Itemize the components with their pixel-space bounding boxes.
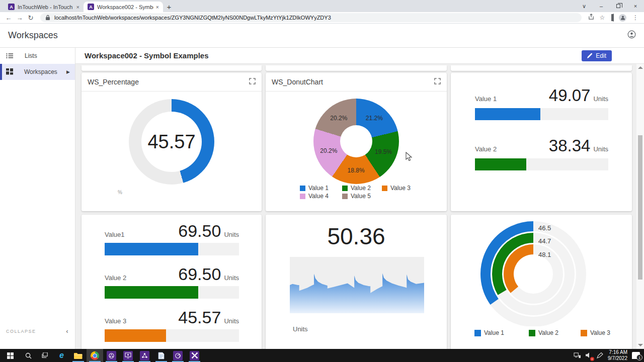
tab-title: InTouchWeb - InTouch Introducti [18,4,74,10]
legend-label: Value 1 [308,185,329,192]
app-network-button[interactable] [136,349,153,362]
app-x-button[interactable] [186,349,203,362]
gears-app-icon [107,351,116,360]
browser-tab-strip: A InTouchWeb - InTouch Introducti × A Wo… [0,0,644,12]
sidebar-item-lists[interactable]: Lists [0,48,75,64]
legend-swatch [300,194,305,199]
bar-value: 49.07 [549,86,591,105]
svg-text:46.5: 46.5 [538,224,551,232]
bookmark-star-icon[interactable]: ☆ [597,14,608,21]
profile-avatar[interactable] [619,14,630,22]
share-icon[interactable] [586,14,597,22]
previous-card-edge [451,65,632,71]
legend-item[interactable]: Value 4 [300,193,342,200]
donut-slice-label: 18.8% [348,167,365,174]
reload-icon[interactable]: ↻ [25,14,36,22]
workspace-title-bar: Workspace002 - Symbol Examples Edit [75,48,644,64]
fullscreen-icon[interactable] [249,77,256,86]
card-bars-bottom: Value1 69.50 Units Value 2 69.50 Units [82,215,262,349]
mute-badge: × [590,357,594,361]
legend-item[interactable]: Value 1 [300,185,342,192]
legend-item[interactable]: Value 3 [382,185,411,192]
svg-text:48.1: 48.1 [538,251,551,258]
bar-row: Value 2 38.34 Units [475,136,608,170]
percentage-gauge: 45.57 [129,99,214,185]
tab-close-icon[interactable]: × [75,4,80,10]
new-tab-button[interactable]: + [163,2,175,12]
legend-label: Value 1 [484,329,504,336]
avatar-icon [619,14,626,22]
restore-button[interactable] [610,0,627,12]
app-gears-button[interactable] [103,349,120,362]
browser-tab-1[interactable]: A InTouchWeb - InTouch Introducti × [4,2,84,12]
app-notepad-button[interactable] [153,349,170,362]
network-icon[interactable] [574,352,581,358]
close-button[interactable]: × [627,0,644,12]
file-explorer-button[interactable] [70,349,87,362]
tab-search-icon[interactable]: ∨ [576,0,593,12]
sidebar-item-workspaces[interactable]: Workspaces ▶ [0,64,75,80]
url-text: localhost/InTouchWeb/workspaces/workspac… [54,15,331,21]
mouse-cursor [406,152,413,161]
taskbar-clock[interactable]: 7:16 AM 9/7/2022 [608,349,627,362]
search-button[interactable] [20,349,37,362]
svg-text:44.7: 44.7 [538,237,551,245]
task-view-button[interactable] [37,349,53,362]
legend-item[interactable]: Value 2 [342,185,382,192]
browser-toolbar: ← → ↻ localhost/InTouchWeb/workspaces/wo… [0,12,644,24]
bar-fill [105,286,198,299]
scroll-down-icon[interactable] [638,344,643,346]
previous-card-edge [82,65,262,71]
forward-icon[interactable]: → [14,14,25,22]
main-region: Lists Workspaces ▶ COLLAPSE ‹ Workspace0… [0,48,644,349]
pen-icon[interactable] [597,352,603,358]
address-bar[interactable]: localhost/InTouchWeb/workspaces/workspac… [40,13,582,22]
gauge-svg: 46.544.748.1 [451,217,631,326]
edit-label: Edit [596,52,606,59]
action-center-icon[interactable]: 1 [632,352,640,359]
browser-tab-2[interactable]: A Workspace002 - Symbol Exampl × [84,2,163,12]
clock-date: 9/7/2022 [608,355,627,362]
donut-slice-label: 21.2% [366,115,383,122]
sidebar: Lists Workspaces ▶ COLLAPSE ‹ [0,48,75,349]
legend-swatch [382,186,387,191]
back-icon[interactable]: ← [3,14,14,22]
legend-item[interactable]: Value 5 [342,193,382,200]
tab-close-icon[interactable]: × [155,4,160,10]
start-button[interactable] [0,349,20,362]
fullscreen-icon[interactable] [434,77,441,86]
internet-explorer-button[interactable]: e [53,349,70,362]
bar-fill [105,243,198,255]
side-panel-glyph [613,14,614,22]
scrollbar-thumb[interactable] [638,135,642,280]
account-icon[interactable] [627,30,636,41]
legend-item[interactable]: Value 3 [581,329,610,336]
donut-slice-label: 19.5% [375,148,392,155]
app-monitor-button[interactable] [120,349,136,362]
browser-menu-icon[interactable]: ⋮ [630,14,641,21]
sidebar-collapse[interactable]: COLLAPSE ‹ [0,327,75,335]
app-spiral-button[interactable] [170,349,186,362]
trend-value: 50.36 [266,223,447,250]
notification-badge: 1 [636,354,642,360]
volume-muted-icon[interactable]: × [586,351,592,360]
bar-unit: Units [224,231,239,238]
legend-item[interactable]: Value 2 [529,329,581,336]
search-icon [25,352,32,359]
collapse-chevron-icon: ‹ [66,327,69,335]
edit-button[interactable]: Edit [582,50,612,61]
side-panel-icon[interactable] [608,14,619,21]
network-app-icon [140,351,149,360]
card-title: WS_DonutChart [272,78,323,86]
bar-fill [105,329,166,342]
legend-item[interactable]: Value 1 [474,329,529,336]
scroll-up-icon[interactable] [638,66,643,69]
minimize-button[interactable]: – [593,0,610,12]
vertical-scrollbar[interactable] [636,64,644,349]
card-trend: 50.36 Units [266,215,447,349]
chrome-button[interactable] [87,349,103,362]
bar-unit: Units [224,317,239,325]
card-header: WS_Percentage [82,73,262,92]
bar-label: Value 2 [105,274,126,282]
legend-swatch [300,186,305,191]
